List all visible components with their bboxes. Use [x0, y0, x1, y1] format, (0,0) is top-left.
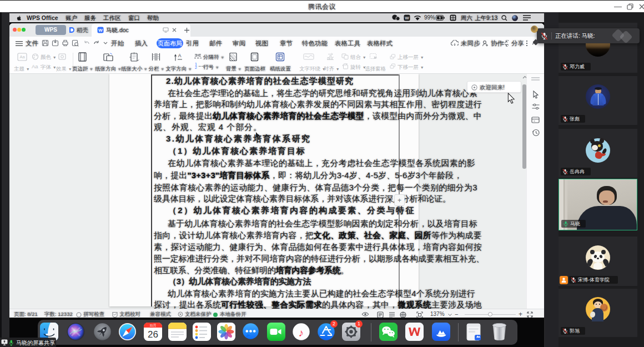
svg-text:W: W [405, 16, 409, 21]
svg-text:Aa: Aa [19, 54, 25, 59]
svg-text:A: A [178, 53, 182, 58]
svg-text:11月: 11月 [149, 324, 156, 328]
svg-text:26: 26 [148, 329, 158, 340]
svg-text:♪: ♪ [299, 327, 304, 339]
svg-text:W: W [98, 28, 103, 33]
